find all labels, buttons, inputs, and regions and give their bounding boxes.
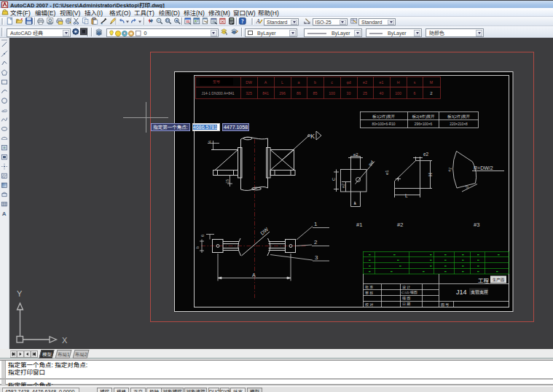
svg-text:φd: φd xyxy=(346,80,350,85)
svg-text:#2: #2 xyxy=(397,222,403,228)
svg-text:板1(2件)展开: 板1(2件)展开 xyxy=(372,114,396,119)
svg-text:Y: Y xyxy=(17,289,23,298)
svg-text:板2(4件)展开: 板2(4件)展开 xyxy=(412,114,435,119)
svg-text:L: L xyxy=(281,80,283,85)
svg-text:J14: J14 xyxy=(456,289,467,296)
svg-text:e1: e1 xyxy=(380,80,384,85)
svg-text:H: H xyxy=(397,80,400,85)
svg-text:J14-1 DN300 A=841: J14-1 DN300 A=841 xyxy=(201,91,234,95)
svg-text:设 计: 设 计 xyxy=(402,284,410,289)
svg-text:2: 2 xyxy=(314,239,318,246)
svg-text:校 对: 校 对 xyxy=(365,302,373,307)
svg-text:25: 25 xyxy=(363,91,367,95)
svg-text:A: A xyxy=(252,273,256,278)
svg-text:s: s xyxy=(414,80,416,85)
svg-text:CAD 编图: CAD 编图 xyxy=(401,289,417,294)
svg-text:?: ? xyxy=(241,19,244,25)
svg-text:日 期: 日 期 xyxy=(402,301,410,306)
svg-text:30: 30 xyxy=(347,91,351,95)
svg-text:325: 325 xyxy=(246,91,252,95)
svg-text:296×100×6: 296×100×6 xyxy=(415,122,433,126)
svg-text:a: a xyxy=(298,80,300,85)
svg-text:审 核: 审 核 xyxy=(365,290,373,295)
svg-text:b: b xyxy=(314,80,316,85)
svg-text:#1: #1 xyxy=(356,222,362,228)
svg-text:M: M xyxy=(430,80,433,85)
svg-text:80×100×6-R10: 80×100×6-R10 xyxy=(372,122,395,126)
svg-text:e2: e2 xyxy=(363,80,367,85)
svg-text:描 图: 描 图 xyxy=(402,295,410,300)
svg-text:C: C xyxy=(332,177,336,181)
svg-text:型号: 型号 xyxy=(213,79,220,84)
svg-text:85: 85 xyxy=(313,91,318,95)
svg-text:6: 6 xyxy=(200,235,205,237)
svg-text:图 号: 图 号 xyxy=(441,302,449,307)
svg-text:c: c xyxy=(331,80,333,85)
svg-text:支管支座: 支管支座 xyxy=(471,289,488,295)
svg-text:A: A xyxy=(264,80,267,85)
svg-text:A: A xyxy=(256,18,260,25)
svg-text:e1: e1 xyxy=(385,170,389,175)
svg-text:6: 6 xyxy=(414,91,416,95)
svg-text:板3(2件)展开: 板3(2件)展开 xyxy=(447,114,471,119)
svg-text:DW: DW xyxy=(246,80,252,85)
svg-text:K: K xyxy=(310,133,315,140)
svg-text:e2: e2 xyxy=(423,152,429,157)
svg-text:1: 1 xyxy=(314,221,318,227)
svg-text:e2: e2 xyxy=(353,152,358,157)
svg-text:86: 86 xyxy=(297,91,301,95)
svg-text:e2: e2 xyxy=(341,184,345,188)
svg-text:L: L xyxy=(405,193,408,198)
svg-text:工程: 工程 xyxy=(478,276,489,284)
svg-text:40: 40 xyxy=(380,91,384,95)
svg-text:3: 3 xyxy=(315,254,318,261)
svg-text:A: A xyxy=(2,211,7,217)
svg-text:100: 100 xyxy=(329,91,335,95)
svg-text:R=DW/2: R=DW/2 xyxy=(474,165,493,170)
svg-text:296: 296 xyxy=(279,91,286,95)
svg-text:H: H xyxy=(428,173,433,176)
svg-text:生产图: 生产图 xyxy=(493,277,505,283)
svg-text:b: b xyxy=(195,246,200,248)
svg-text:#3: #3 xyxy=(474,222,479,228)
svg-text:X: X xyxy=(62,336,68,345)
svg-text:100: 100 xyxy=(395,91,401,95)
svg-text:220×210×8: 220×210×8 xyxy=(450,122,468,126)
svg-text:批 准: 批 准 xyxy=(365,284,373,289)
svg-text:4: 4 xyxy=(208,141,212,143)
svg-text:15: 15 xyxy=(225,179,230,184)
svg-text:841: 841 xyxy=(262,91,269,95)
